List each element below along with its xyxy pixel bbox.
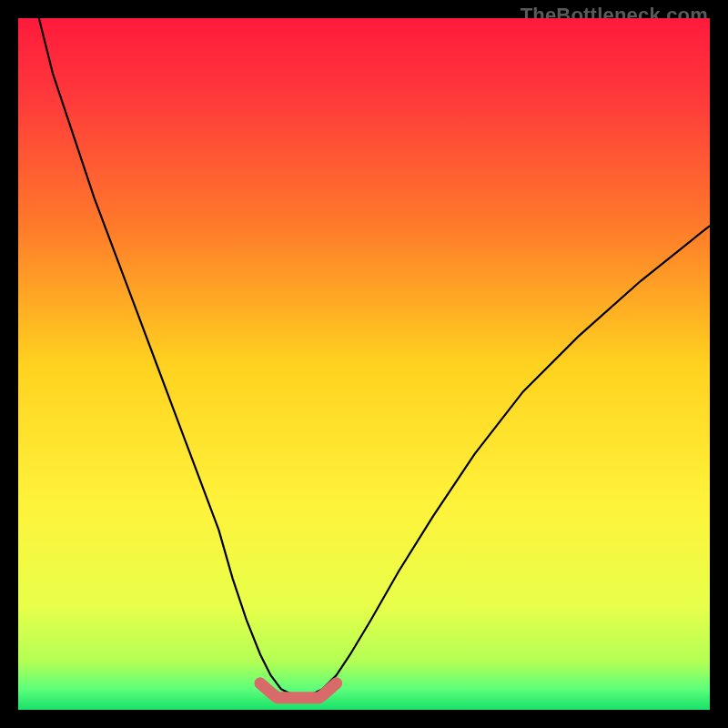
bottleneck-chart (18, 18, 710, 710)
gradient-background (18, 18, 710, 710)
chart-frame: TheBottleneck.com (0, 0, 728, 728)
